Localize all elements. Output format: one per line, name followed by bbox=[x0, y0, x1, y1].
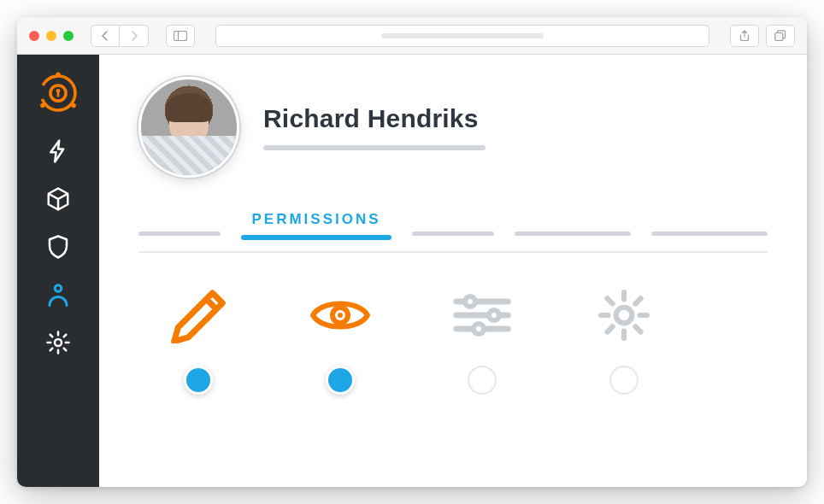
svg-line-29 bbox=[635, 298, 640, 303]
window-controls bbox=[29, 31, 74, 41]
permission-edit-toggle[interactable] bbox=[184, 366, 213, 395]
user-avatar[interactable] bbox=[138, 77, 239, 178]
eye-icon bbox=[308, 287, 373, 343]
svg-point-21 bbox=[616, 308, 633, 324]
tab-placeholder-4[interactable] bbox=[651, 231, 768, 236]
tabs-divider bbox=[138, 251, 768, 253]
nav-buttons bbox=[91, 25, 149, 47]
address-bar[interactable] bbox=[215, 25, 709, 47]
permissions-row bbox=[138, 287, 768, 395]
user-subtitle-placeholder bbox=[263, 145, 486, 150]
permission-view-toggle[interactable] bbox=[326, 366, 355, 395]
sidebar-item-settings[interactable] bbox=[44, 328, 73, 357]
svg-point-20 bbox=[474, 324, 484, 334]
titlebar bbox=[17, 17, 807, 55]
tabs-button[interactable] bbox=[766, 25, 795, 47]
svg-point-9 bbox=[71, 103, 75, 108]
svg-rect-0 bbox=[174, 31, 187, 40]
user-name: Richard Hendriks bbox=[263, 104, 486, 133]
svg-line-27 bbox=[635, 326, 640, 331]
forward-button[interactable] bbox=[120, 25, 149, 47]
app-body: Richard Hendriks PERMISSIONS bbox=[17, 55, 807, 487]
tab-active-indicator bbox=[241, 235, 391, 240]
sidebar-item-user[interactable] bbox=[44, 280, 73, 309]
address-placeholder bbox=[381, 33, 544, 38]
svg-point-19 bbox=[489, 310, 499, 320]
permission-view bbox=[308, 287, 373, 395]
sidebar bbox=[17, 55, 99, 487]
sidebar-toggle-button[interactable] bbox=[166, 25, 195, 47]
svg-line-28 bbox=[607, 326, 612, 331]
svg-point-8 bbox=[40, 103, 44, 108]
svg-rect-7 bbox=[57, 91, 60, 97]
profile-row: Richard Hendriks bbox=[138, 77, 768, 178]
svg-line-26 bbox=[607, 298, 612, 303]
app-logo bbox=[33, 68, 83, 118]
tab-permissions-label: PERMISSIONS bbox=[251, 211, 380, 228]
svg-rect-3 bbox=[775, 32, 783, 40]
tab-permissions[interactable]: PERMISSIONS bbox=[241, 211, 391, 240]
svg-point-11 bbox=[55, 285, 62, 292]
permission-settings bbox=[592, 287, 656, 395]
titlebar-right-buttons bbox=[730, 25, 795, 47]
tab-placeholder-2[interactable] bbox=[412, 231, 494, 236]
tab-placeholder-1[interactable] bbox=[138, 231, 221, 236]
tab-placeholder-3[interactable] bbox=[515, 231, 631, 236]
app-window: Richard Hendriks PERMISSIONS bbox=[17, 17, 807, 487]
close-window-button[interactable] bbox=[29, 31, 39, 41]
svg-point-18 bbox=[465, 296, 475, 307]
sidebar-item-shield[interactable] bbox=[44, 232, 73, 261]
maximize-window-button[interactable] bbox=[63, 31, 74, 41]
svg-point-12 bbox=[55, 339, 62, 346]
sidebar-item-lightning[interactable] bbox=[44, 137, 73, 166]
gear-icon bbox=[592, 287, 656, 343]
sliders-icon bbox=[450, 287, 515, 343]
main-content: Richard Hendriks PERMISSIONS bbox=[99, 55, 807, 487]
permission-adjust bbox=[450, 287, 515, 395]
permission-settings-toggle[interactable] bbox=[609, 366, 639, 395]
permission-edit bbox=[166, 287, 231, 395]
permission-adjust-toggle[interactable] bbox=[468, 366, 497, 395]
back-button[interactable] bbox=[91, 25, 120, 47]
user-name-block: Richard Hendriks bbox=[263, 104, 486, 150]
minimize-window-button[interactable] bbox=[46, 31, 56, 41]
svg-point-14 bbox=[338, 313, 343, 318]
sidebar-item-cube[interactable] bbox=[44, 185, 73, 214]
tabs: PERMISSIONS bbox=[138, 207, 768, 253]
pencil-icon bbox=[166, 287, 231, 343]
svg-point-10 bbox=[56, 73, 60, 77]
share-button[interactable] bbox=[730, 25, 759, 47]
